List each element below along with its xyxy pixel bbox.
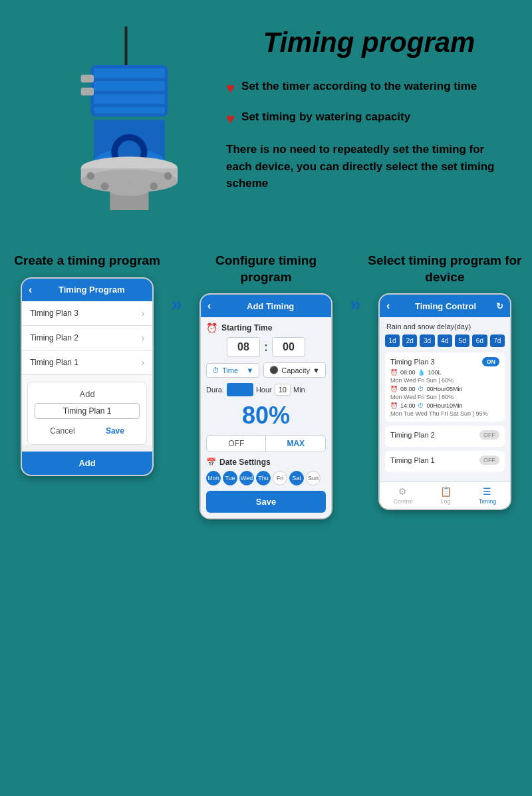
phone2-mockup: ‹ Add Timing ⏰ Starting Time 08 : 00 ⏱: [200, 293, 332, 519]
phone3-header-title: Timing Control: [395, 301, 496, 311]
hour-input[interactable]: 08: [227, 337, 260, 357]
phone2-back-icon[interactable]: ‹: [207, 300, 211, 312]
clock-icon: ⏰: [390, 386, 398, 392]
entry3-time: 14:00: [400, 402, 416, 409]
phone2-save-button[interactable]: Save: [206, 491, 326, 513]
plan2-header: Timing Plan 2 OFF: [390, 430, 499, 440]
refresh-icon[interactable]: ↻: [496, 301, 503, 311]
phone2-title: Configure timing program: [189, 253, 343, 285]
plan3-header: Timing Plan 3 ON: [390, 357, 499, 366]
phone3-header: ‹ Timing Control ↻: [380, 295, 510, 317]
plan1-toggle[interactable]: OFF: [479, 456, 499, 465]
svg-rect-7: [81, 88, 94, 96]
list-item[interactable]: Timing Plan 1 ›: [22, 350, 152, 375]
feature-item-1: ♥ Set the timer according to the waterin…: [226, 78, 512, 97]
rain-delay-label: Rain and snow delay(day): [385, 323, 505, 331]
chevron-right-icon: ›: [141, 332, 144, 343]
top-section: Timing program ♥ Set the timer according…: [0, 0, 532, 239]
dura-fill-bar: [227, 383, 253, 396]
day-range-5d[interactable]: 5d: [455, 334, 469, 347]
day-wed[interactable]: Wed: [239, 471, 254, 485]
feature-text-1: Set the timer according to the watering …: [241, 78, 477, 94]
phone3-back-icon[interactable]: ‹: [386, 300, 390, 312]
svg-point-16: [86, 172, 94, 180]
plan3-days-2: Mon Wed Fri Sun | 80%: [390, 394, 499, 400]
day-fri[interactable]: Fri: [273, 471, 287, 485]
heart-icon-1: ♥: [226, 80, 235, 97]
time-colon: :: [264, 340, 268, 354]
svg-rect-4: [94, 94, 165, 104]
add-section: Add Timing Plan 1 Cancel Save: [27, 382, 147, 445]
feature-text-2: Set timing by watering capacity: [241, 109, 410, 125]
svg-point-17: [164, 172, 172, 180]
day-range-7d[interactable]: 7d: [490, 334, 505, 347]
time-type-select[interactable]: ⏱ Time ▼: [206, 363, 259, 378]
entry1-time: 08:00: [400, 369, 416, 376]
plan1-label: Timing Plan 1: [30, 358, 78, 367]
tab-timing[interactable]: ☰ Timing: [479, 486, 497, 505]
device-image: [20, 20, 213, 233]
phone1-header: ‹ Timing Program: [22, 279, 152, 301]
timing-plan-input[interactable]: Timing Plan 1: [35, 403, 140, 419]
timer-icon: ⏱: [418, 402, 424, 409]
max-button[interactable]: MAX: [266, 436, 325, 452]
plan3-toggle[interactable]: ON: [482, 357, 499, 366]
day-mon[interactable]: Mon: [206, 471, 221, 485]
chevron-right-icon: ›: [141, 357, 144, 368]
save-button[interactable]: Save: [99, 424, 131, 438]
plan-row-2: Timing Plan 2 OFF: [385, 426, 505, 447]
plan3-entry-2: ⏰ 08:00 ⏱ 00Hour05Min: [390, 386, 499, 392]
description-text: There is no need to repeatedly set the t…: [226, 141, 512, 192]
phone1-header-title: Timing Program: [37, 285, 146, 295]
entry2-extra: 00Hour05Min: [426, 386, 462, 392]
off-button[interactable]: OFF: [207, 436, 267, 452]
plan2-toggle[interactable]: OFF: [479, 430, 499, 440]
list-item[interactable]: Timing Plan 2 ›: [22, 326, 152, 350]
plan3-entry-3: ⏰ 14:00 ⏱ 00Hour10Min: [390, 402, 499, 409]
phone1-back-icon[interactable]: ‹: [29, 284, 32, 296]
log-icon: 📋: [440, 486, 452, 497]
phone1-body: Timing Plan 3 › Timing Plan 2 › Timing P…: [22, 301, 152, 445]
min-input[interactable]: 00: [272, 337, 305, 357]
phone1-title: Create a timing program: [14, 253, 160, 269]
plan2-label: Timing Plan 2: [30, 333, 78, 342]
day-range-6d[interactable]: 6d: [472, 334, 487, 347]
phone3-title: Select timing program for device: [368, 253, 522, 285]
plan3-days-1: Mon Wed Fri Sun | 60%: [390, 377, 499, 384]
list-item[interactable]: Timing Plan 3 ›: [22, 301, 152, 326]
min-value[interactable]: 10: [275, 384, 291, 396]
tab-control[interactable]: ⚙ Control: [393, 486, 412, 505]
day-range-3d[interactable]: 3d: [420, 334, 434, 347]
day-sat[interactable]: Sat: [289, 471, 304, 485]
dura-row: Dura. Hour 10 Min: [206, 383, 326, 396]
day-range-4d[interactable]: 4d: [438, 334, 452, 347]
plan3-name: Timing Plan 3: [390, 358, 435, 366]
tab-timing-label: Timing: [479, 498, 497, 505]
type-row: ⏱ Time ▼ ⚫ Capacity ▼: [206, 362, 326, 378]
day-tue[interactable]: Tue: [223, 471, 237, 485]
day-range-2d[interactable]: 2d: [402, 334, 417, 347]
time-icon: ⏱: [212, 366, 219, 374]
timer-icon: ⏱: [418, 386, 424, 392]
right-info: Timing program ♥ Set the timer according…: [226, 20, 512, 192]
date-settings-label: 📅 Date Settings: [206, 458, 326, 467]
bottom-section: Create a timing program ‹ Timing Program…: [0, 239, 532, 533]
tab-control-label: Control: [393, 498, 412, 505]
day-thu[interactable]: Thu: [256, 471, 271, 485]
phone1-add-button[interactable]: Add: [22, 452, 152, 475]
tab-log-label: Log: [441, 498, 451, 505]
forward-arrow-icon-2: »: [350, 293, 361, 315]
capacity-type-select[interactable]: ⚫ Capacity ▼: [263, 362, 326, 378]
tab-log[interactable]: 📋 Log: [440, 486, 452, 505]
svg-rect-2: [94, 68, 165, 78]
off-max-row: OFF MAX: [206, 435, 326, 452]
svg-point-21: [110, 186, 148, 196]
clock-icon: ⏰: [390, 369, 398, 376]
cancel-button[interactable]: Cancel: [43, 424, 81, 438]
time-row: 08 : 00: [206, 337, 326, 357]
day-range-1d[interactable]: 1d: [385, 334, 400, 347]
plan3-label: Timing Plan 3: [30, 309, 78, 318]
clock-icon: ⏰: [390, 402, 398, 409]
day-sun[interactable]: Sun: [306, 471, 321, 485]
phone3-footer: ⚙ Control 📋 Log ☰ Timing: [380, 481, 510, 509]
